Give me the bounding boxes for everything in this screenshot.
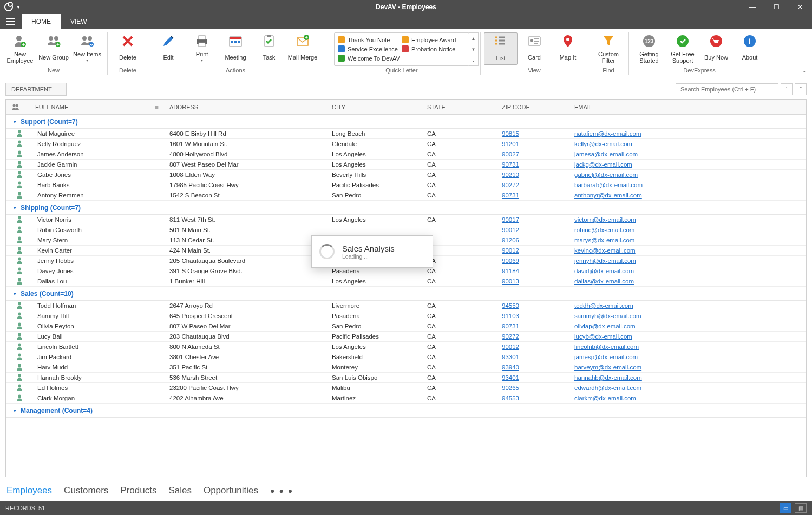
nav-sales[interactable]: Sales [168,485,192,496]
search-next-button[interactable]: ˅ [795,83,807,95]
cell-email: barbarab@dx-email.com [569,182,731,188]
quick-letter-emp-award[interactable]: Employee Award [402,35,466,44]
card-button[interactable]: Card [518,32,551,64]
quick-letter-down-icon[interactable]: ▼ [469,44,478,55]
table-row[interactable]: James Anderson4800 Hollywood BlvdLos Ang… [6,149,806,160]
table-row[interactable]: Antony Remmen1542 S Beacon StSan PedroCA… [6,190,806,201]
mapit-button[interactable]: Map It [551,32,585,64]
column-header-email[interactable]: EMAIL [569,104,731,110]
cell-zip: 90013 [496,278,569,285]
ribbon-tab-view[interactable]: VIEW [61,14,97,29]
cell-full-name: Hannah Brookly [30,374,164,381]
table-row[interactable]: Ed Holmes23200 Pacific Coast HwyMalibuCA… [6,383,806,393]
quick-letter-welcome[interactable]: Welcome To DevAV [338,54,402,63]
search-prev-button[interactable]: ˄ [781,83,793,95]
quick-letter-probation[interactable]: Probation Notice [402,44,466,54]
svg-rect-10 [199,43,205,47]
cell-email: oliviap@dx-email.com [569,323,731,329]
quick-letter-svc-excel[interactable]: Service Excellence [338,44,402,54]
cell-city: San Pedro [326,192,422,199]
cell-full-name: James Anderson [30,151,164,157]
table-row[interactable]: Hannah Brookly536 Marsh StreetSan Luis O… [6,373,806,383]
table-row[interactable]: Jackie Garmin807 West Paseo Del MarLos A… [6,160,806,170]
person-icon [6,277,30,286]
cell-city: Pacific Palisades [326,333,422,340]
table-row[interactable]: Kelly Rodriguez1601 W Mountain St.Glenda… [6,139,806,149]
print-button[interactable]: Print▾ [185,32,219,64]
table-row[interactable]: Dallas Lou1 Bunker HillLos AngelesCA9001… [6,276,806,287]
edit-button[interactable]: Edit [152,32,185,64]
window-minimize-button[interactable]: — [741,0,764,14]
table-row[interactable]: Gabe Jones1008 Elden WayBeverly HillsCA9… [6,170,806,180]
column-header-city[interactable]: CITY [326,104,422,110]
nav-opportunities[interactable]: Opportunities [204,485,258,496]
svg-point-36 [18,182,21,185]
table-row[interactable]: Clark Morgan4202 Alhambra AveMartinezCA9… [6,393,806,404]
status-view-normal-button[interactable]: ▭ [780,503,791,513]
group-header-sales[interactable]: ▾Sales (Count=10) [6,287,806,301]
nav-employees[interactable]: Employees [6,485,52,496]
hamburger-menu-icon[interactable] [0,14,22,29]
cell-state: CA [422,313,496,319]
task-button[interactable]: Task [252,32,286,64]
getting-started-button[interactable]: 123GettingStarted [632,32,666,64]
nav-products[interactable]: Products [120,485,156,496]
quick-letter-up-icon[interactable]: ▲ [469,33,478,44]
window-maximize-button[interactable]: ☐ [764,0,788,14]
column-header-full_name[interactable]: FULL NAME [30,104,164,110]
list-button[interactable]: List [484,32,518,65]
table-row[interactable]: Robin Cosworth501 N Main St.90012robinc@… [6,225,806,235]
app-menu-dropdown-icon[interactable]: ▼ [16,5,21,10]
search-input[interactable] [676,83,778,95]
cell-city: Los Angeles [326,161,422,168]
nav-customers[interactable]: Customers [64,485,108,496]
meeting-button[interactable]: Meeting [219,32,252,64]
quick-letter-panel: Thank You NoteEmployee AwardService Exce… [334,32,469,66]
svg-point-21 [530,39,533,42]
quick-letter-thank-you[interactable]: Thank You Note [338,35,402,44]
mail-merge-button[interactable]: Mail Merge [286,32,319,64]
table-row[interactable]: Jim Packard3801 Chester AveBakersfieldCA… [6,352,806,362]
group-header-shipping[interactable]: ▾Shipping (Count=7) [6,201,806,215]
buy-now-button[interactable]: Buy Now [699,32,733,64]
delete-button[interactable]: Delete [111,32,145,64]
group-header-management[interactable]: ▾Management (Count=4) [6,404,806,418]
table-row[interactable]: Sammy Hill645 Prospect CrescentPasadenaC… [6,311,806,321]
person-icon [6,150,30,159]
department-filter-button[interactable]: DEPARTMENT [5,83,67,96]
column-header-state[interactable]: STATE [422,104,496,110]
app-logo-icon[interactable] [4,3,13,11]
cell-email: jamesp@dx-email.com [569,354,731,360]
cell-state: CA [422,354,496,360]
cell-state: CA [422,333,496,340]
get-free-button[interactable]: Get FreeSupport [666,32,699,64]
table-row[interactable]: Olivia Peyton807 W Paseo Del MarSan Pedr… [6,321,806,332]
grid-body[interactable]: ▾Support (Count=7)Nat Maguiree6400 E Bix… [6,115,806,477]
table-row[interactable]: Lincoln Bartlett800 N Alameda StLos Ange… [6,342,806,352]
about-button[interactable]: iAbout [733,32,767,64]
window-close-button[interactable]: ✕ [788,0,812,14]
column-header-icon[interactable] [6,103,30,111]
new-employee-button[interactable]: New Employee [3,32,37,64]
records-count: RECORDS: 51 [5,505,45,511]
ribbon-collapse-icon[interactable]: ⌃ [802,70,807,76]
custom-filter-button[interactable]: CustomFilter [592,32,625,64]
ribbon-tab-home[interactable]: HOME [22,14,61,29]
table-row[interactable]: Victor Norris811 West 7th St.Los Angeles… [6,215,806,225]
table-row[interactable]: Barb Banks17985 Pacific Coast HwyPacific… [6,180,806,190]
quick-letter-more-icon[interactable]: ⌄ [469,55,478,65]
group-header-support[interactable]: ▾Support (Count=7) [6,115,806,129]
status-view-reading-button[interactable]: ▤ [795,503,807,513]
new-items-button[interactable]: New Items▾ [70,32,104,64]
nav-more-icon[interactable]: ● ● ● [270,486,293,495]
table-row[interactable]: Todd Hoffman2647 Arroyo RdLivermoreCA945… [6,301,806,311]
table-row[interactable]: Harv Mudd351 Pacific StMontereyCA93940ha… [6,362,806,373]
table-row[interactable]: Nat Maguiree6400 E Bixby Hill RdLong Bea… [6,129,806,139]
new-group-button[interactable]: New Group [37,32,70,64]
cell-full-name: Kelly Rodriguez [30,141,164,147]
svg-point-48 [18,333,21,336]
table-row[interactable]: Lucy Ball203 Chautauqua BlvdPacific Pali… [6,332,806,342]
column-header-address[interactable]: ADDRESS [164,104,326,110]
column-header-zip[interactable]: ZIP CODE [496,104,569,110]
cell-state: CA [422,192,496,199]
